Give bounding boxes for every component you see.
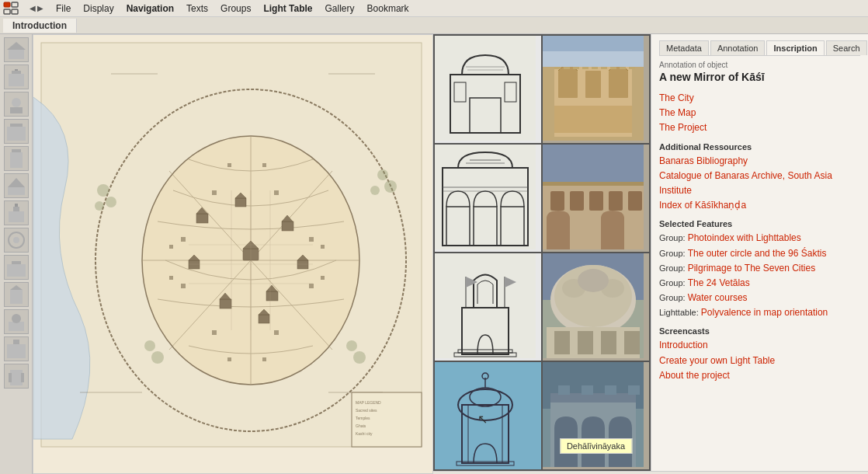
map-area: MAP LEGEND Sacred sites Temples Ghats Ka… [33,34,433,474]
grid-cell-3[interactable] [435,145,541,252]
svg-rect-177 [558,385,570,395]
feature-photoindex: Group: [659,233,688,242]
svg-rect-139 [570,191,584,211]
panel-tab-search[interactable]: Search [826,40,867,55]
svg-text:Sacred sites: Sacred sites [356,408,377,413]
link-index[interactable]: Index of Kāśīkhaṇḍa [659,198,860,213]
thumb-2[interactable] [4,64,29,89]
svg-text:Kashi city: Kashi city [356,431,373,436]
menu-groups[interactable]: Groups [214,2,257,16]
link-banaras-bibliography[interactable]: Banaras Bibliography [659,154,860,169]
link-vetala[interactable]: The 24 Vetālas [688,277,750,288]
svg-rect-12 [10,124,23,127]
feature-water: Group: [659,293,688,302]
grid-cell-4[interactable] [543,145,649,252]
svg-point-93 [95,201,104,211]
link-create-light-table[interactable]: Create your own Light Table [659,354,860,368]
svg-rect-70 [321,245,325,249]
tab-introduction[interactable]: Introduction [3,19,77,33]
menu-texts[interactable]: Texts [180,2,214,16]
link-catalogue[interactable]: Catalogue of Banaras Archive, South Asia… [659,169,860,198]
svg-rect-65 [212,330,217,335]
panel-tab-annotation[interactable]: Annotation [710,40,766,55]
link-the-project[interactable]: The Project [659,120,860,135]
svg-rect-3 [12,9,18,14]
thumb-9[interactable] [4,255,29,280]
svg-rect-45 [282,221,293,231]
thumb-3[interactable] [4,92,29,117]
screencasts-label: Screencasts [659,326,860,336]
grid-cell-8[interactable]: Dehālīvināyaka [543,362,649,469]
menu-gallery[interactable]: Gallery [319,2,361,16]
panel-tab-inscription[interactable]: Inscription [766,40,824,55]
svg-point-9 [12,98,21,107]
svg-rect-2 [4,9,10,14]
svg-rect-53 [297,260,308,269]
panel-tab-metadata[interactable]: Metadata [659,40,709,55]
svg-rect-30 [10,370,23,385]
thumb-11[interactable] [4,309,29,334]
menu-file[interactable]: File [50,2,77,16]
content-row: ↖ [433,34,868,471]
svg-rect-14 [12,149,21,152]
menu-bookmark[interactable]: Bookmark [361,2,415,16]
forward-arrow[interactable]: ▶ [37,4,43,12]
svg-rect-163 [624,331,640,354]
svg-rect-161 [578,331,593,354]
link-about-project[interactable]: About the project [659,368,860,383]
menu-light-table[interactable]: Light Table [257,2,318,16]
grid-cell-2[interactable] [543,36,649,143]
mirror-title: A new Mirror of Kāśī [659,71,860,83]
svg-rect-47 [220,299,231,308]
svg-rect-178 [582,385,593,395]
tab-bar: Introduction [0,17,868,34]
svg-rect-4 [9,50,24,59]
svg-rect-59 [212,190,217,195]
svg-rect-179 [605,385,616,395]
svg-rect-28 [7,344,26,358]
grid-cell-1[interactable] [435,36,541,143]
grid-cell-5[interactable] [435,253,541,361]
menu-navigation[interactable]: Navigation [120,2,180,16]
thumb-6[interactable] [4,173,29,198]
link-introduction-screencast[interactable]: Introduction [659,338,860,353]
link-pilgrimage[interactable]: Pilgrimage to The Seven Cities [688,263,816,274]
thumb-10[interactable] [4,282,29,307]
link-the-map[interactable]: The Map [659,106,860,120]
svg-rect-64 [309,284,314,288]
thumb-13[interactable] [4,364,29,389]
svg-point-98 [151,351,164,364]
back-arrow[interactable]: ◀ [30,4,36,12]
thumb-5[interactable] [4,146,29,171]
bottom-logos-bar: ASIA AND EUROPE IN A GLOBAL CONTEXT UNI … [433,471,868,474]
thumb-4[interactable] [4,119,29,144]
svg-rect-8 [15,69,18,71]
svg-marker-16 [8,178,25,187]
link-outer-circle[interactable]: The outer circle and the 96 Śaktis [688,248,827,259]
svg-point-95 [384,180,397,193]
right-panel: ↖ [433,34,868,474]
thumb-1[interactable] [4,37,29,62]
svg-text:MAP LEGEND: MAP LEGEND [356,400,381,405]
menu-display[interactable]: Display [77,2,120,16]
thumb-8[interactable] [4,228,29,253]
thumb-7[interactable] [4,200,29,225]
map-image[interactable]: MAP LEGEND Sacred sites Temples Ghats Ka… [33,34,433,474]
svg-rect-24 [10,290,23,304]
grid-cell-7[interactable]: ↖ [435,362,541,469]
svg-rect-71 [169,276,173,280]
svg-rect-55 [235,198,246,207]
svg-rect-141 [609,191,623,211]
svg-rect-143 [543,182,644,186]
link-lighttable[interactable]: Polyvalence in map orientation [701,307,828,318]
svg-rect-63 [181,284,186,288]
link-photoindex[interactable]: Photoindex with Lighttables [688,232,801,243]
annotation-of-label: Annotation of object [659,61,860,69]
link-water[interactable]: Water courses [688,292,748,303]
grid-cell-6[interactable] [543,253,649,361]
svg-rect-23 [12,261,21,264]
thumb-12[interactable] [4,336,29,361]
feature-vetala: Group: [659,278,688,288]
svg-rect-72 [321,276,325,280]
link-the-city[interactable]: The City [659,91,860,106]
